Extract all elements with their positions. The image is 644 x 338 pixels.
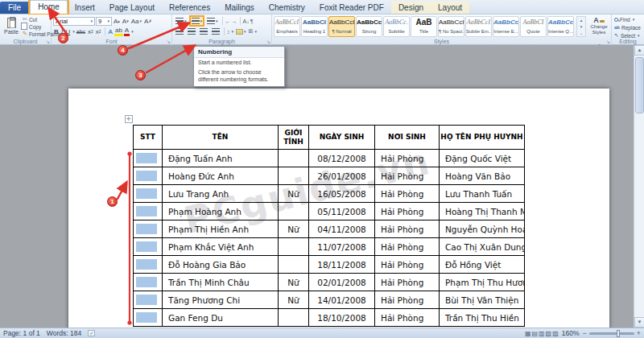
grow-font-button[interactable]: A▴ bbox=[113, 18, 121, 25]
table-cell[interactable]: Lưu Trang Anh bbox=[163, 185, 279, 203]
tab-page-layout[interactable]: Page Layout bbox=[102, 2, 162, 14]
table-cell[interactable]: 08/12/2008 bbox=[309, 150, 375, 167]
style-heading-1[interactable]: AaBbCIHeading 1 bbox=[301, 16, 328, 37]
table-cell[interactable]: Lưu Thanh Tuấn bbox=[440, 185, 525, 203]
table-cell[interactable]: 18/10/2008 bbox=[309, 309, 375, 327]
table-cell[interactable] bbox=[134, 256, 163, 274]
zoom-thumb[interactable] bbox=[617, 330, 620, 337]
gallery-up-icon[interactable]: ▴ bbox=[577, 17, 585, 23]
table-cell[interactable]: Nữ bbox=[279, 185, 309, 203]
zoom-in-icon[interactable]: + bbox=[637, 329, 641, 337]
font-dialog-launcher-icon[interactable]: ↘ bbox=[167, 39, 171, 44]
table-cell[interactable]: 26/01/2008 bbox=[309, 167, 375, 185]
page-indicator[interactable]: Page: 1 of 1 bbox=[3, 329, 40, 337]
table-cell[interactable]: Nữ bbox=[279, 221, 309, 238]
style-quote[interactable]: AaBbCIQuote bbox=[520, 16, 547, 37]
table-cell[interactable]: Trần Thị Thu Hiền bbox=[440, 309, 525, 327]
style-intense-q[interactable]: AaBbCcIIntense Q... bbox=[547, 16, 574, 37]
table-cell[interactable]: 04/11/2008 bbox=[309, 221, 375, 238]
paragraph-dialog-launcher-icon[interactable]: ↘ bbox=[266, 39, 270, 44]
tab-foxit-reader-pdf[interactable]: Foxit Reader PDF bbox=[312, 2, 391, 14]
text-effects-button[interactable]: A bbox=[108, 28, 114, 35]
scroll-up-icon[interactable]: ▲ bbox=[634, 45, 644, 56]
table-cell[interactable] bbox=[134, 309, 163, 327]
table-cell[interactable]: Phạm Thị Thu Hương bbox=[440, 274, 525, 291]
table-cell[interactable] bbox=[134, 274, 163, 291]
style-subtle-em[interactable]: AaBbCcISubtle Em... bbox=[465, 16, 492, 37]
table-cell[interactable]: 18/11/2008 bbox=[309, 256, 375, 274]
table-cell[interactable]: Nguyễn Quỳnh Hoa bbox=[440, 221, 525, 238]
sort-button[interactable]: A↓ bbox=[243, 19, 250, 24]
font-size-select[interactable]: 9▾ bbox=[96, 17, 112, 26]
style-intense-e[interactable]: AaBbCcIIntense E... bbox=[493, 16, 519, 37]
italic-button[interactable]: I bbox=[60, 28, 64, 35]
table-cell[interactable]: Trần Thị Minh Châu bbox=[163, 274, 279, 291]
web-layout-view-icon[interactable]: ▥ bbox=[539, 330, 545, 337]
style-title[interactable]: AaBTitle bbox=[411, 16, 437, 37]
document-page[interactable]: PCguide.vn ✛ STTTÊNGIỚI TÍNHNGÀY SINHNƠI… bbox=[68, 89, 609, 328]
style-strong[interactable]: AaBbCcIStrong bbox=[356, 16, 382, 37]
word-count[interactable]: Words: 184 bbox=[47, 329, 81, 337]
multilevel-list-button[interactable]: ▾ bbox=[205, 16, 220, 26]
print-layout-view-icon[interactable]: ▦ bbox=[525, 330, 531, 337]
table-cell[interactable]: 02/01/2008 bbox=[309, 274, 375, 291]
table-cell[interactable]: 14/01/2008 bbox=[309, 291, 375, 309]
tab-design[interactable]: Design bbox=[391, 2, 431, 14]
table-cell[interactable]: 05/11/2008 bbox=[309, 203, 375, 221]
table-cell[interactable] bbox=[134, 221, 163, 238]
table-cell[interactable]: 16/05/2008 bbox=[309, 185, 375, 203]
column-header[interactable]: NGÀY SINH bbox=[309, 126, 375, 150]
subscript-button[interactable]: x2 bbox=[87, 28, 94, 35]
column-header[interactable]: NƠI SINH bbox=[375, 126, 440, 150]
font-family-select[interactable]: Arial▾ bbox=[53, 17, 95, 26]
style-subtitle[interactable]: AaBbCc.Subtitle bbox=[383, 16, 410, 37]
table-cell[interactable]: Tăng Phương Chi bbox=[163, 291, 279, 309]
table-cell[interactable]: Phạm Thị Hiền Anh bbox=[163, 221, 279, 238]
font-color-button[interactable]: A bbox=[124, 27, 130, 36]
styles-dialog-launcher-icon[interactable]: ↘ bbox=[606, 39, 610, 44]
table-cell[interactable]: Hải Phòng bbox=[375, 167, 440, 185]
table-cell[interactable]: Hải Phòng bbox=[375, 185, 440, 203]
bullets-button[interactable]: ▾ bbox=[174, 16, 188, 26]
change-styles-button[interactable]: A Change Styles ▾ bbox=[588, 16, 610, 37]
table-cell[interactable]: Phạm Hoàng Anh bbox=[163, 203, 279, 221]
table-cell[interactable]: Đỗ Hồng Việt bbox=[440, 256, 525, 274]
clipboard-dialog-launcher-icon[interactable]: ↘ bbox=[46, 39, 50, 44]
borders-button[interactable]: ⊞ bbox=[249, 28, 254, 35]
table-cell[interactable] bbox=[279, 203, 309, 221]
table-cell[interactable]: Nữ bbox=[279, 274, 309, 291]
align-right-button[interactable] bbox=[198, 27, 209, 36]
zoom-out-icon[interactable]: − bbox=[582, 329, 586, 337]
table-cell[interactable]: Nữ bbox=[279, 291, 309, 309]
table-cell[interactable]: Phạm Khắc Việt Anh bbox=[163, 238, 279, 256]
tab-layout[interactable]: Layout bbox=[431, 2, 469, 14]
shrink-font-button[interactable]: A▾ bbox=[122, 18, 130, 25]
table-cell[interactable]: Hải Phòng bbox=[375, 150, 440, 167]
style-no-spaci[interactable]: AaBbCcI¶ No Spaci... bbox=[438, 16, 464, 37]
underline-button[interactable]: U bbox=[64, 28, 71, 35]
table-cell[interactable]: Hải Phòng bbox=[375, 274, 440, 291]
table-cell[interactable] bbox=[134, 167, 163, 185]
vertical-scrollbar[interactable]: ▲ ▼ bbox=[634, 45, 644, 328]
table-cell[interactable] bbox=[134, 185, 163, 203]
table-cell[interactable]: Đỗ Hoàng Gia Bảo bbox=[163, 256, 279, 274]
justify-button[interactable] bbox=[210, 27, 221, 36]
superscript-button[interactable]: x2 bbox=[95, 28, 102, 35]
paste-button[interactable]: Paste bbox=[2, 15, 21, 37]
tab-home[interactable]: Home bbox=[30, 0, 68, 14]
decrease-indent-button[interactable]: ← bbox=[225, 19, 231, 24]
table-cell[interactable]: Gan Feng Du bbox=[163, 309, 279, 327]
style-normal[interactable]: AaBbCcI¶ Normal bbox=[328, 16, 355, 37]
table-cell[interactable]: Hải Phòng bbox=[375, 291, 440, 309]
gallery-more-icon[interactable]: ⌄ bbox=[577, 30, 585, 36]
column-header[interactable]: STT bbox=[134, 126, 163, 150]
table-cell[interactable] bbox=[134, 291, 163, 309]
column-header[interactable]: TÊN bbox=[163, 126, 279, 150]
table-cell[interactable] bbox=[134, 238, 163, 256]
gallery-down-icon[interactable]: ▾ bbox=[577, 23, 585, 30]
scroll-down-icon[interactable]: ▼ bbox=[634, 317, 644, 328]
table-cell[interactable]: 11/07/2008 bbox=[309, 238, 375, 256]
numbering-button[interactable]: ▾ bbox=[189, 15, 205, 27]
strikethrough-button[interactable]: abc bbox=[76, 29, 86, 35]
table-cell[interactable]: Bùi Thị Vân Thiện bbox=[440, 291, 525, 309]
